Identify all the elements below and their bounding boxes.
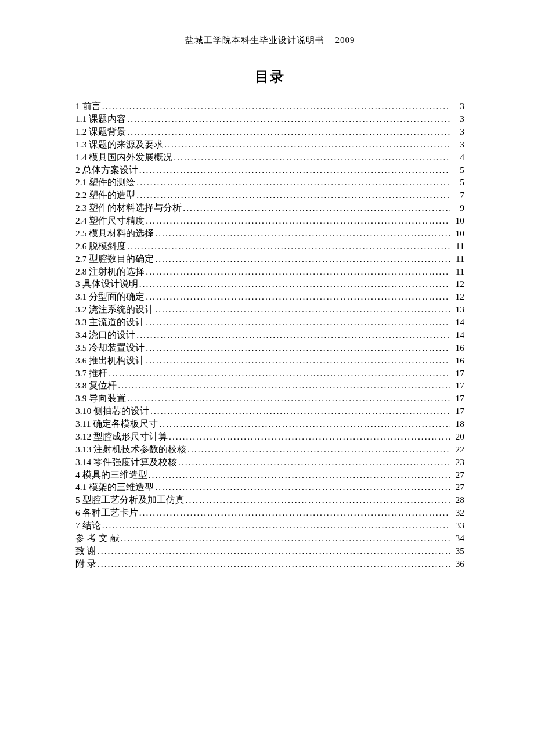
toc-dots — [96, 559, 450, 568]
toc-label: 3.2 浇注系统的设计 — [75, 305, 154, 314]
toc-label: 2.4 塑件尺寸精度 — [75, 216, 145, 225]
toc-dots — [126, 242, 450, 251]
toc-page-number: 16 — [450, 356, 464, 365]
toc-page-number: 11 — [450, 254, 464, 264]
toc-dots — [135, 178, 450, 187]
toc-row: 3.13 注射机技术参数的校核22 — [75, 443, 464, 456]
header-year: 2009 — [335, 35, 355, 45]
toc-label: 致 谢 — [75, 546, 96, 556]
toc-row: 2.6 脱模斜度11 — [75, 240, 464, 253]
toc-page-number: 17 — [450, 381, 464, 390]
toc-label: 1.3 课题的来源及要求 — [75, 140, 163, 149]
toc-dots — [149, 406, 450, 416]
toc-row: 3.9 导向装置17 — [75, 392, 464, 405]
toc-page-number: 17 — [450, 369, 464, 378]
toc-row: 1.2 课题背景3 — [75, 125, 464, 138]
toc-page-number: 12 — [450, 279, 464, 289]
toc-row: 1 前言3 — [75, 100, 464, 113]
toc-row: 3.1 分型面的确定12 — [75, 290, 464, 303]
toc-page-number: 22 — [450, 445, 464, 454]
toc-dots — [117, 381, 450, 390]
toc-label: 3.4 浇口的设计 — [75, 330, 135, 340]
toc-page-number: 36 — [450, 559, 464, 568]
toc-row: 3.8 复位杆17 — [75, 379, 464, 392]
toc-label: 1.1 课题内容 — [75, 114, 126, 124]
toc-label: 2.5 模具材料的选择 — [75, 229, 154, 238]
toc-dots — [154, 305, 450, 314]
toc-label: 3.14 零件强度计算及校核 — [75, 458, 177, 467]
toc-row: 2 总体方案设计5 — [75, 163, 464, 176]
toc-dots — [135, 190, 450, 200]
toc-dots — [163, 140, 450, 149]
toc-page-number: 3 — [450, 102, 464, 111]
toc-row: 5 型腔工艺分析及加工仿真28 — [75, 494, 464, 506]
toc-row: 1.3 课题的来源及要求3 — [75, 138, 464, 151]
toc-label: 3.9 导向装置 — [75, 394, 126, 403]
toc-row: 2.5 模具材料的选择10 — [75, 227, 464, 240]
toc-dots — [186, 445, 450, 454]
toc-label: 2.1 塑件的测绘 — [75, 178, 135, 187]
toc-dots — [120, 534, 450, 543]
toc-row: 2.8 注射机的选择11 — [75, 265, 464, 278]
toc-label: 4 模具的三维造型 — [75, 470, 147, 480]
toc-label: 3.7 推杆 — [75, 369, 107, 378]
toc-page-number: 35 — [450, 546, 464, 556]
toc-label: 2.2 塑件的造型 — [75, 190, 135, 200]
toc-dots — [135, 330, 450, 340]
toc-label: 7 结论 — [75, 521, 101, 530]
toc-dots — [126, 127, 450, 136]
toc-label: 3 具体设计说明 — [75, 279, 138, 289]
toc-page-number: 10 — [450, 229, 464, 238]
toc-row: 3.12 型腔成形尺寸计算20 — [75, 430, 464, 443]
toc-page-number: 27 — [450, 483, 464, 492]
toc-label: 3.12 型腔成形尺寸计算 — [75, 432, 168, 441]
toc-row: 2.2 塑件的造型7 — [75, 189, 464, 201]
toc-page-number: 20 — [450, 432, 464, 441]
toc-dots — [138, 508, 450, 517]
toc-label: 3.6 推出机构设计 — [75, 356, 145, 365]
toc-dots — [154, 229, 450, 238]
toc-page-number: 13 — [450, 305, 464, 314]
toc-label: 1 前言 — [75, 102, 101, 111]
toc-row: 3.10 侧抽芯的设计17 — [75, 405, 464, 417]
toc-row: 3.5 冷却装置设计16 — [75, 341, 464, 354]
toc-row: 3.6 推出机构设计16 — [75, 354, 464, 367]
toc-label: 2.8 注射机的选择 — [75, 267, 145, 276]
toc-dots — [145, 216, 450, 225]
toc-row: 4.1 模架的三维造型27 — [75, 481, 464, 494]
toc-dots — [138, 165, 450, 175]
toc-label: 2.6 脱模斜度 — [75, 242, 126, 251]
toc-dots — [138, 279, 450, 289]
toc-page-number: 5 — [450, 178, 464, 187]
header-institution: 盐城工学院本科生毕业设计说明书 — [185, 35, 324, 45]
toc-dots — [154, 483, 450, 492]
toc-dots — [126, 114, 450, 124]
toc-dots — [154, 254, 450, 264]
toc-label: 3.13 注射机技术参数的校核 — [75, 445, 186, 454]
toc-row: 附 录36 — [75, 557, 464, 570]
toc-page-number: 16 — [450, 343, 464, 352]
toc-label: 4.1 模架的三维造型 — [75, 483, 154, 492]
toc-row: 3.14 零件强度计算及校核23 — [75, 456, 464, 469]
page-header: 盐城工学院本科生毕业设计说明书 2009 — [75, 35, 464, 49]
toc-dots — [158, 419, 450, 429]
toc-page-number: 17 — [450, 394, 464, 403]
toc-label: 3.1 分型面的确定 — [75, 292, 145, 301]
toc-dots — [126, 394, 450, 403]
toc-page-number: 11 — [450, 242, 464, 251]
toc-label: 6 各种工艺卡片 — [75, 508, 138, 517]
toc-row: 3.4 浇口的设计14 — [75, 329, 464, 341]
toc-page-number: 5 — [450, 165, 464, 175]
toc-page-number: 7 — [450, 190, 464, 200]
toc-dots — [168, 432, 450, 441]
toc-page-number: 32 — [450, 508, 464, 517]
toc-page-number: 28 — [450, 495, 464, 505]
toc-page-number: 10 — [450, 216, 464, 225]
toc-row: 1.1 课题内容3 — [75, 113, 464, 125]
toc-label: 3.11 确定各模板尺寸 — [75, 419, 158, 429]
toc-row: 2.3 塑件的材料选择与分析9 — [75, 201, 464, 214]
toc-page-number: 17 — [450, 406, 464, 416]
toc-label: 3.3 主流道的设计 — [75, 318, 145, 327]
toc-row: 致 谢35 — [75, 545, 464, 557]
toc-page-number: 3 — [450, 127, 464, 136]
